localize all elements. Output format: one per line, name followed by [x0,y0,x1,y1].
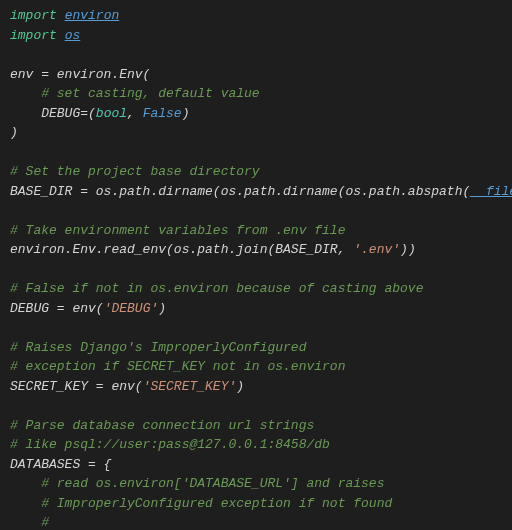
module-os[interactable]: os [65,28,81,43]
code-text: )) [400,242,416,257]
code-line: env = environ.Env( [10,67,150,82]
code-block: import environ import os env = environ.E… [0,0,512,530]
code-text: BASE_DIR = os.path.dirname(os.path.dirna… [10,184,470,199]
code-line: DATABASES = { [10,457,111,472]
comment: # like psql://user:pass@127.0.0.1:8458/d… [10,437,330,452]
string-literal: 'SECRET_KEY' [143,379,237,394]
code-text: environ.Env.read_env(os.path.join(BASE_D… [10,242,353,257]
string-literal: '.env' [353,242,400,257]
comment: # exception if SECRET_KEY not in os.envi… [10,359,345,374]
keyword-false: False [143,106,182,121]
code-text: SECRET_KEY = env( [10,379,143,394]
keyword-import: import [10,28,57,43]
code-text: , [127,106,143,121]
dunder-file: __file__ [470,184,512,199]
code-text: DEBUG=( [10,106,96,121]
comment: # Set the project base directory [10,164,260,179]
comment: # ImproperlyConfigured exception if not … [10,496,392,511]
code-text: ) [182,106,190,121]
module-environ[interactable]: environ [65,8,120,23]
comment: # Take environment variables from .env f… [10,223,345,238]
builtin-bool: bool [96,106,127,121]
string-literal: 'DEBUG' [104,301,159,316]
comment: # read os.environ['DATABASE_URL'] and ra… [10,476,384,491]
code-text: DEBUG = env( [10,301,104,316]
comment: # False if not in os.environ because of … [10,281,423,296]
comment: # set casting, default value [10,86,260,101]
comment: # [10,515,49,530]
comment: # Parse database connection url strings [10,418,314,433]
code-text: ) [236,379,244,394]
code-line: ) [10,125,18,140]
comment: # Raises Django's ImproperlyConfigured [10,340,306,355]
code-text: ) [158,301,166,316]
keyword-import: import [10,8,57,23]
